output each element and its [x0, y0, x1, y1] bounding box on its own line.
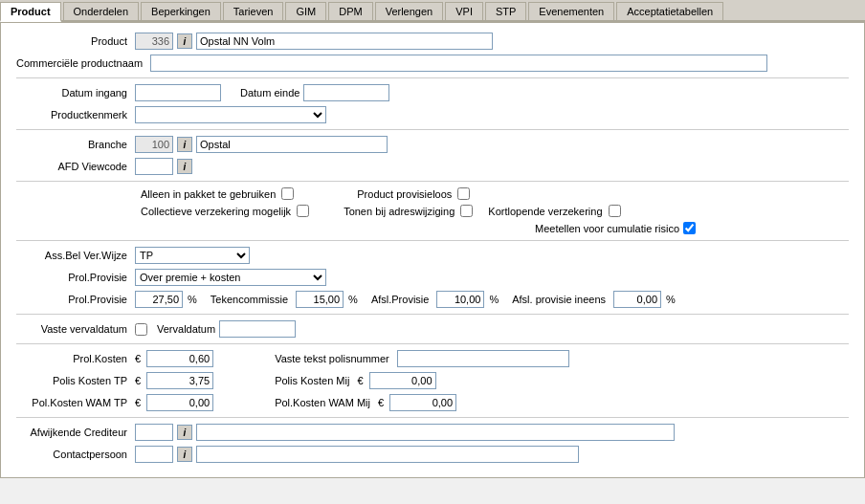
product-label: Product [16, 35, 131, 47]
tekencommissie-label: Tekencommissie [211, 294, 288, 305]
kortlopende-checkbox[interactable] [609, 205, 621, 217]
branche-name-input[interactable] [196, 136, 388, 153]
tab-beperkingen[interactable]: Beperkingen [141, 2, 221, 20]
afsl-ineens-pct-sign: % [666, 294, 676, 305]
vervaldatum-input[interactable] [219, 320, 296, 338]
productkenmerk-label: Productkenmerk [16, 109, 131, 121]
commerciele-row: Commerciële productnaam [16, 55, 849, 72]
prol-provisie-input[interactable] [135, 291, 183, 308]
contactpersoon-label: Contactpersoon [16, 449, 131, 460]
afd-info-button[interactable]: i [177, 159, 192, 174]
polis-kosten-tp-input[interactable] [146, 372, 213, 389]
afwijkende-crediteur-row: Afwijkende Crediteur i [16, 424, 849, 441]
commerciele-label: Commerciële productnaam [16, 57, 146, 69]
productkenmerk-row: Productkenmerk [16, 106, 849, 123]
product-info-button[interactable]: i [177, 33, 192, 49]
product-name-input[interactable] [196, 33, 493, 50]
pol-kosten-wam-tp-row: Pol.Kosten WAM TP € Pol.Kosten WAM Mij € [16, 394, 849, 411]
afsl-pct-sign: % [489, 294, 499, 305]
tab-bar: Product Onderdelen Beperkingen Tarieven … [0, 0, 865, 22]
ass-bel-select[interactable]: TP [135, 247, 250, 264]
branche-label: Branche [16, 139, 131, 150]
checkbox-row1: Alleen in pakket te gebruiken Product pr… [141, 187, 849, 200]
polis-kosten-mij-label: Polis Kosten Mij [275, 375, 349, 386]
product-provisieloos-checkbox[interactable] [457, 187, 470, 200]
prol-provisie-select[interactable]: Over premie + kosten [135, 269, 326, 286]
alleen-pakket-checkbox[interactable] [281, 187, 294, 200]
pol-kosten-wam-tp-input[interactable] [146, 394, 213, 411]
tekencommissie-input[interactable] [296, 291, 344, 308]
collectieve-checkbox[interactable] [297, 205, 309, 217]
prol-provisie-pct-row: Prol.Provisie % Tekencommissie % Afsl.Pr… [16, 291, 849, 308]
branche-info-button[interactable]: i [177, 137, 192, 152]
polis-kosten-mij-input[interactable] [369, 372, 436, 389]
tab-evenementen[interactable]: Evenementen [528, 2, 614, 20]
tab-product[interactable]: Product [0, 2, 61, 22]
kortlopende-label: Kortlopende verzekering [488, 206, 602, 217]
afsl-provisie-label: Afsl.Provisie [371, 294, 430, 305]
tonen-adres-checkbox[interactable] [460, 205, 473, 217]
afd-viewcode-label: AFD Viewcode [16, 161, 131, 172]
product-provisieloos-label: Product provisieloos [357, 188, 452, 200]
prol-provisie-pct-label: Prol.Provisie [16, 294, 131, 305]
datum-ingang-input[interactable] [135, 84, 221, 101]
product-number-input[interactable] [135, 33, 173, 50]
tonen-adres-label: Tonen bij adreswijziging [344, 206, 455, 217]
contactpersoon-row: Contactpersoon i [16, 446, 849, 463]
pol-wam-tp-euro: € [135, 397, 141, 408]
prol-kosten-row: Prol.Kosten € Vaste tekst polisnummer [16, 350, 849, 367]
afwijkende-crediteur-code-input[interactable] [135, 424, 173, 441]
tab-tarieven[interactable]: Tarieven [223, 2, 284, 20]
polis-kosten-tp-label: Polis Kosten TP [16, 375, 131, 386]
afsl-provisie-ineens-label: Afsl. provisie ineens [512, 294, 606, 305]
commerciele-input[interactable] [150, 55, 767, 72]
tab-verlengen[interactable]: Verlengen [375, 2, 444, 20]
pol-kosten-wam-mij-label: Pol.Kosten WAM Mij [275, 397, 370, 408]
vervaldatum-label: Vervaldatum [157, 323, 215, 335]
vaste-tekst-input[interactable] [397, 350, 569, 367]
branche-number-input[interactable] [135, 136, 173, 153]
product-row: Product i [16, 33, 849, 50]
vaste-vervaldatum-row: Vaste vervaldatum Vervaldatum [16, 320, 849, 338]
vaste-vervaldatum-label: Vaste vervaldatum [16, 323, 131, 335]
prol-provisie-dropdown-label: Prol.Provisie [16, 272, 131, 283]
afwijkende-crediteur-info-button[interactable]: i [177, 425, 192, 440]
vaste-tekst-label: Vaste tekst polisnummer [275, 353, 389, 364]
afsl-provisie-input[interactable] [436, 291, 484, 308]
afd-viewcode-input[interactable] [135, 158, 173, 175]
tab-onderdelen[interactable]: Onderdelen [63, 2, 140, 20]
alleen-pakket-label: Alleen in pakket te gebruiken [141, 188, 276, 200]
afwijkende-crediteur-name-input[interactable] [196, 424, 675, 441]
afsl-provisie-ineens-input[interactable] [613, 291, 661, 308]
prol-kosten-label: Prol.Kosten [16, 353, 131, 364]
pol-wam-mij-euro: € [378, 397, 384, 408]
meetellen-checkbox[interactable] [683, 222, 696, 234]
vaste-vervaldatum-checkbox[interactable] [135, 323, 147, 336]
pol-kosten-wam-tp-label: Pol.Kosten WAM TP [16, 397, 131, 408]
contactpersoon-code-input[interactable] [135, 446, 173, 463]
branche-row: Branche i [16, 136, 849, 153]
meetellen-row: Meetellen voor cumulatie risico [16, 222, 849, 234]
prol-kosten-euro: € [135, 353, 141, 364]
datum-ingang-label: Datum ingang [16, 87, 131, 99]
tab-vpi[interactable]: VPI [445, 2, 483, 20]
afwijkende-crediteur-label: Afwijkende Crediteur [16, 427, 131, 438]
contactpersoon-info-button[interactable]: i [177, 447, 192, 462]
productkenmerk-select[interactable] [135, 106, 326, 123]
datum-einde-input[interactable] [303, 84, 389, 101]
tab-acceptatietabellen[interactable]: Acceptatietabellen [616, 2, 723, 20]
main-content: Product i Commerciële productnaam Datum … [0, 22, 865, 478]
polis-tp-euro: € [135, 375, 141, 386]
prol-kosten-input[interactable] [146, 350, 213, 367]
datum-row: Datum ingang Datum einde [16, 84, 849, 101]
tab-gim[interactable]: GIM [285, 2, 326, 20]
afd-viewcode-row: AFD Viewcode i [16, 158, 849, 175]
datum-einde-label: Datum einde [240, 87, 299, 99]
collectieve-label: Collectieve verzekering mogelijk [141, 206, 291, 217]
checkbox-row2: Collectieve verzekering mogelijk Tonen b… [141, 205, 849, 217]
tab-stp[interactable]: STP [485, 2, 526, 20]
ass-bel-row: Ass.Bel Ver.Wijze TP [16, 247, 849, 264]
contactpersoon-name-input[interactable] [196, 446, 579, 463]
tab-dpm[interactable]: DPM [328, 2, 372, 20]
pol-kosten-wam-mij-input[interactable] [389, 394, 456, 411]
